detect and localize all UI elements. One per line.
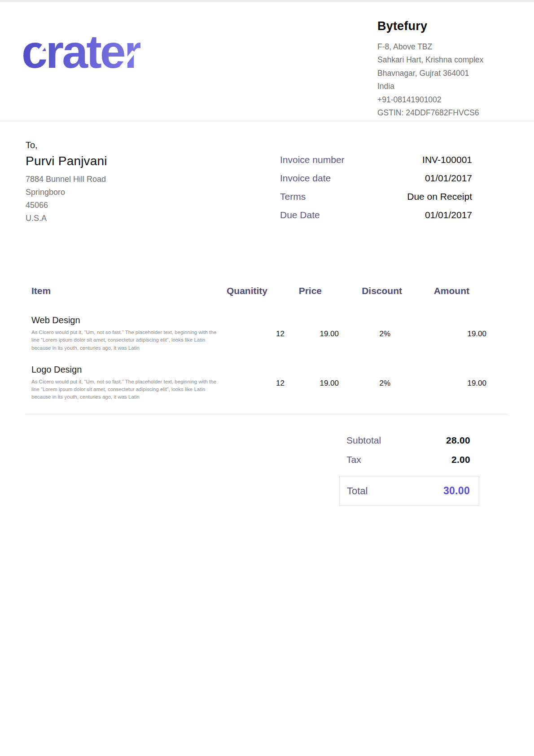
item-amount: 19.00 — [419, 365, 486, 401]
item-description: As Cicero would put it, “Um, not so fast… — [31, 329, 223, 352]
item-cell: Logo Design As Cicero would put it, “Um,… — [31, 365, 223, 401]
customer-address-line: Springboro — [26, 186, 107, 199]
company-address-line: India — [377, 80, 508, 93]
terms-value: Due on Receipt — [407, 191, 472, 202]
due-date-row: Due Date 01/01/2017 — [280, 210, 472, 220]
due-date-label: Due Date — [280, 210, 320, 220]
company-phone: +91-08141901002 — [377, 93, 508, 106]
column-header-item: Item — [31, 286, 206, 296]
item-discount: 2% — [339, 315, 419, 352]
item-name: Logo Design — [31, 365, 223, 375]
item-quantity: 12 — [223, 365, 285, 401]
company-name: Bytefury — [377, 19, 508, 33]
item-price: 19.00 — [285, 315, 339, 352]
table-row: Web Design As Cicero would put it, “Um, … — [31, 315, 469, 352]
items-table: Item Quanitity Price Discount Amount Web… — [31, 286, 469, 401]
total-box: Total 30.00 — [339, 476, 479, 506]
customer-address-line: 7884 Bunnel Hill Road — [26, 173, 107, 186]
column-header-quantity: Quanitity — [206, 286, 267, 296]
subtotal-value: 28.00 — [446, 435, 470, 446]
company-address: F-8, Above TBZ Sahkari Hart, Krishna com… — [377, 40, 508, 119]
items-table-header: Item Quanitity Price Discount Amount — [31, 286, 469, 296]
invoice-meta: Invoice number INV-100001 Invoice date 0… — [280, 154, 472, 228]
company-address-line: Sahkari Hart, Krishna complex — [377, 53, 508, 66]
tax-row: Tax 2.00 — [339, 454, 479, 465]
customer-address-line: 45066 — [26, 199, 107, 212]
item-cell: Web Design As Cicero would put it, “Um, … — [31, 315, 223, 352]
item-description: As Cicero would put it, “Um, not so fast… — [31, 378, 223, 401]
invoice-date-value: 01/01/2017 — [425, 173, 472, 184]
due-date-value: 01/01/2017 — [425, 210, 472, 220]
invoice-number-value: INV-100001 — [422, 154, 472, 165]
subtotal-row: Subtotal 28.00 — [339, 435, 479, 446]
subtotal-label: Subtotal — [346, 435, 381, 446]
item-name: Web Design — [31, 315, 223, 325]
column-header-discount: Discount — [322, 286, 402, 296]
invoice-date-label: Invoice date — [280, 173, 331, 184]
invoice-header: crater Bytefury F-8, Above TBZ Sahkari H… — [0, 2, 534, 121]
item-discount: 2% — [339, 365, 419, 401]
crater-logo: crater — [22, 28, 140, 75]
customer-name: Purvi Panjvani — [26, 154, 107, 168]
table-bottom-divider — [26, 414, 508, 414]
bill-to-label: To, — [26, 140, 107, 150]
bill-to-block: To, Purvi Panjvani 7884 Bunnel Hill Road… — [26, 140, 107, 228]
company-address-line: Bhavnagar, Gujrat 364001 — [377, 67, 508, 80]
invoice-date-row: Invoice date 01/01/2017 — [280, 173, 472, 184]
company-gstin: GSTIN: 24DDF7682FHVCS6 — [377, 106, 508, 119]
tax-value: 2.00 — [451, 454, 470, 465]
billing-section: To, Purvi Panjvani 7884 Bunnel Hill Road… — [0, 121, 534, 228]
table-row: Logo Design As Cicero would put it, “Um,… — [31, 365, 469, 401]
customer-address: 7884 Bunnel Hill Road Springboro 45066 U… — [26, 173, 107, 225]
company-info: Bytefury F-8, Above TBZ Sahkari Hart, Kr… — [377, 16, 508, 119]
tax-label: Tax — [346, 454, 361, 465]
column-header-price: Price — [267, 286, 322, 296]
terms-label: Terms — [280, 191, 306, 202]
item-quantity: 12 — [223, 315, 285, 352]
column-header-amount: Amount — [402, 286, 469, 296]
company-address-line: F-8, Above TBZ — [377, 40, 508, 53]
terms-row: Terms Due on Receipt — [280, 191, 472, 202]
invoice-number-row: Invoice number INV-100001 — [280, 154, 472, 165]
item-price: 19.00 — [285, 365, 339, 401]
total-label: Total — [347, 485, 368, 497]
total-value: 30.00 — [443, 485, 470, 497]
customer-address-line: U.S.A — [26, 212, 107, 225]
item-amount: 19.00 — [419, 315, 486, 352]
invoice-number-label: Invoice number — [280, 154, 345, 165]
totals-section: Subtotal 28.00 Tax 2.00 Total 30.00 — [339, 435, 479, 506]
